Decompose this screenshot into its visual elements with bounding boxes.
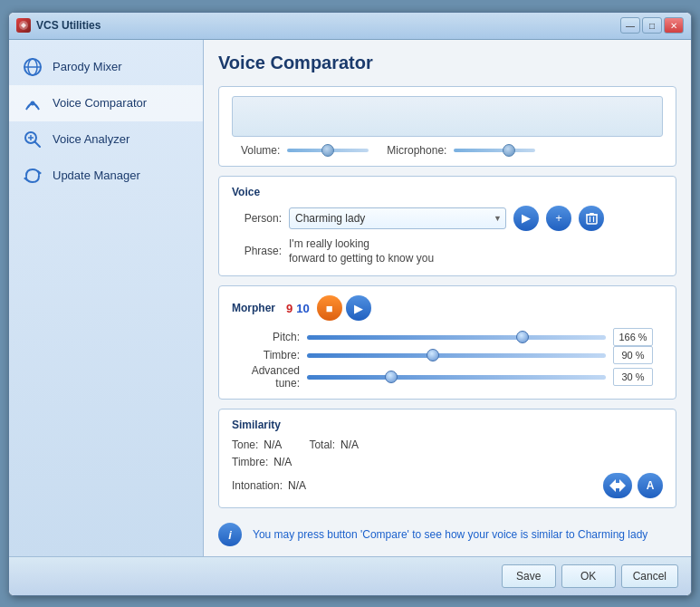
- svg-marker-17: [616, 479, 626, 492]
- parody-mixer-label: Parody Mixer: [53, 60, 122, 73]
- timbre-sim-value: N/A: [273, 456, 292, 468]
- timbre-value: 90 %: [613, 346, 653, 364]
- add-button[interactable]: +: [546, 206, 571, 231]
- pitch-value: 166 %: [613, 328, 653, 346]
- phrase-row: Phrase: I'm really lookingforward to get…: [232, 236, 663, 267]
- delete-button[interactable]: [579, 206, 604, 231]
- svg-point-4: [31, 101, 35, 105]
- intonation-label: Intonation:: [232, 479, 283, 492]
- parody-mixer-icon: [22, 56, 43, 78]
- play-button[interactable]: ▶: [513, 206, 539, 231]
- voice-comparator-label: Voice Comparator: [53, 96, 147, 110]
- similarity-label: Similarity: [232, 419, 663, 431]
- dropdown-arrow-icon: ▼: [494, 214, 502, 223]
- save-button[interactable]: Save: [502, 564, 556, 588]
- tone-field: Tone: N/A: [232, 438, 282, 451]
- cancel-button[interactable]: Cancel: [621, 564, 678, 588]
- ok-button[interactable]: OK: [561, 564, 616, 588]
- voice-analyzer-label: Voice Analyzer: [53, 132, 129, 146]
- a-button[interactable]: A: [638, 473, 663, 498]
- morpher-label: Morpher: [232, 302, 275, 314]
- title-bar: VCS Utilities — □ ✕: [9, 13, 691, 40]
- title-bar-left: VCS Utilities: [16, 18, 101, 33]
- total-field: Total: N/A: [309, 438, 359, 451]
- main-content: Voice Comparator Volume: Microphone:: [204, 40, 691, 556]
- person-value: Charming lady: [295, 212, 365, 225]
- sidebar-item-parody-mixer[interactable]: Parody Mixer: [9, 49, 203, 85]
- morph-numbers: 9 10: [286, 302, 310, 315]
- info-icon: i: [218, 523, 242, 546]
- total-label: Total:: [309, 438, 335, 451]
- waveform-display: [232, 96, 663, 137]
- svg-line-6: [35, 141, 41, 147]
- svg-rect-11: [587, 215, 597, 224]
- pitch-row: Pitch: 166 %: [232, 328, 663, 346]
- update-manager-label: Update Manager: [53, 169, 140, 182]
- morpher-section: Morpher 9 10 ■ ▶ Pitch: 166 %: [218, 285, 676, 400]
- volume-slider[interactable]: [287, 149, 369, 152]
- window-body: Parody Mixer Voice Comparator: [9, 40, 691, 556]
- advanced-tune-row: Advanced tune: 30 %: [232, 364, 663, 390]
- similarity-buttons: A: [603, 473, 663, 498]
- morph-num-10: 10: [296, 302, 309, 315]
- microphone-label: Microphone:: [387, 144, 446, 157]
- advanced-tune-slider[interactable]: [307, 375, 606, 380]
- morpher-header: Morpher 9 10 ■ ▶: [232, 295, 663, 321]
- morph-stop-button[interactable]: ■: [317, 295, 342, 321]
- compare-button[interactable]: [603, 473, 632, 498]
- audio-section: Volume: Microphone:: [218, 86, 676, 167]
- morph-buttons: ■ ▶: [317, 295, 371, 321]
- minimize-button[interactable]: —: [620, 17, 640, 34]
- pitch-slider[interactable]: [307, 335, 606, 340]
- svg-marker-9: [38, 170, 42, 176]
- advanced-tune-label: Advanced tune:: [232, 364, 300, 390]
- person-row: Person: Charming lady ▼ ▶ +: [232, 206, 663, 231]
- intonation-field: Intonation: N/A: [232, 479, 306, 492]
- tone-value: N/A: [264, 438, 282, 451]
- pitch-label: Pitch:: [232, 331, 300, 343]
- info-text: You may press button 'Compare' to see ho…: [253, 527, 647, 543]
- tone-label: Tone:: [232, 438, 258, 451]
- microphone-group: Microphone:: [387, 144, 535, 157]
- advanced-tune-value: 30 %: [613, 368, 653, 386]
- similarity-section: Similarity Tone: N/A Total: N/A: [218, 409, 676, 508]
- info-section: i You may press button 'Compare' to see …: [218, 517, 676, 552]
- person-dropdown[interactable]: Charming lady ▼: [289, 207, 506, 229]
- sidebar-item-voice-comparator[interactable]: Voice Comparator: [9, 85, 203, 121]
- voice-analyzer-icon: [22, 129, 43, 150]
- timbre-row: Timbre: 90 %: [232, 346, 663, 364]
- close-button[interactable]: ✕: [664, 17, 684, 34]
- svg-rect-13: [590, 213, 594, 215]
- bottom-bar: Save OK Cancel: [9, 556, 691, 595]
- volume-group: Volume:: [241, 144, 369, 157]
- sidebar-item-update-manager[interactable]: Update Manager: [9, 158, 203, 194]
- sidebar: Parody Mixer Voice Comparator: [9, 40, 204, 556]
- similarity-row-2: Timbre: N/A: [232, 456, 663, 468]
- intonation-value: N/A: [288, 479, 306, 492]
- window-title: VCS Utilities: [36, 19, 101, 32]
- similarity-row-3: Intonation: N/A A: [232, 473, 663, 498]
- microphone-slider[interactable]: [454, 149, 535, 152]
- voice-fields: Person: Charming lady ▼ ▶ +: [232, 206, 663, 267]
- volume-label: Volume:: [241, 144, 280, 157]
- morph-num-9: 9: [286, 302, 292, 315]
- morph-play-button[interactable]: ▶: [346, 295, 371, 321]
- maximize-button[interactable]: □: [642, 17, 662, 34]
- audio-controls-row: Volume: Microphone:: [232, 144, 663, 157]
- person-dropdown-wrap: Charming lady ▼: [289, 207, 506, 229]
- sidebar-item-voice-analyzer[interactable]: Voice Analyzer: [9, 121, 203, 158]
- voice-section-label: Voice: [232, 186, 663, 198]
- phrase-text: I'm really lookingforward to getting to …: [289, 236, 434, 267]
- similarity-row-1: Tone: N/A Total: N/A: [232, 438, 663, 451]
- total-value: N/A: [340, 438, 359, 451]
- timbre-label: Timbre:: [232, 349, 300, 361]
- voice-comparator-icon: [22, 92, 43, 114]
- app-icon: [16, 18, 31, 33]
- update-manager-icon: [22, 165, 43, 187]
- timbre-slider[interactable]: [307, 353, 606, 358]
- page-title: Voice Comparator: [218, 53, 676, 73]
- voice-section: Voice Person: Charming lady ▼ ▶ +: [218, 176, 676, 277]
- timbre-sim-label: Timbre:: [232, 456, 268, 468]
- phrase-label: Phrase:: [232, 245, 282, 257]
- window-controls: — □ ✕: [620, 17, 684, 34]
